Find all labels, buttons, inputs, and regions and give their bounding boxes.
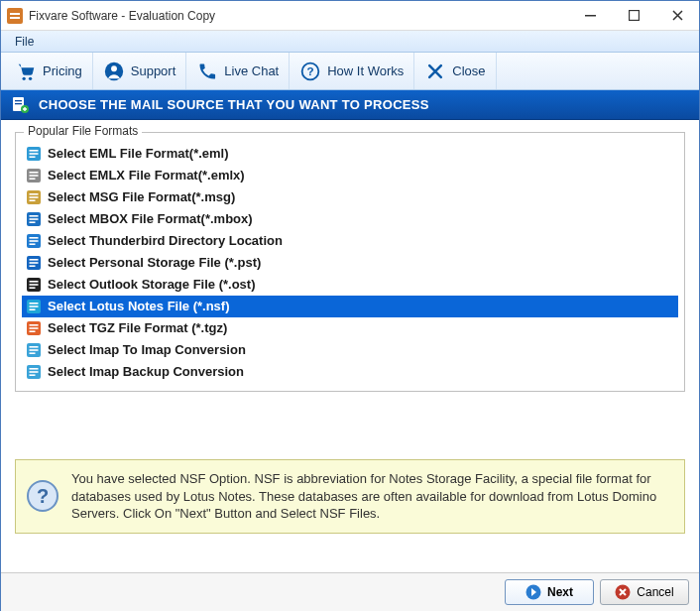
svg-point-6	[111, 65, 117, 71]
eml-icon	[26, 146, 42, 162]
format-item-mbox[interactable]: Select MBOX File Format(*.mbox)	[22, 208, 678, 230]
question-icon: ?	[299, 61, 321, 82]
menu-file[interactable]: File	[7, 33, 42, 51]
cart-icon	[15, 61, 37, 82]
svg-rect-35	[30, 262, 39, 264]
svg-text:?: ?	[37, 485, 49, 507]
menubar: File	[1, 31, 699, 53]
svg-rect-1	[585, 15, 596, 17]
format-item-nsf[interactable]: Select Lotus Notes File (*.nsf)	[22, 296, 678, 317]
svg-point-4	[29, 76, 32, 79]
svg-rect-19	[30, 175, 39, 177]
toolbar-howitworks-label: How It Works	[327, 63, 404, 78]
format-item-tgz[interactable]: Select TGZ File Format (*.tgz)	[22, 317, 678, 339]
maximize-button[interactable]	[612, 1, 655, 31]
toolbar-howitworks[interactable]: ? How It Works	[290, 53, 414, 89]
mbox-icon	[26, 211, 42, 227]
svg-rect-39	[30, 284, 39, 286]
svg-rect-52	[30, 352, 36, 354]
section-heading-text: CHOOSE THE MAIL SOURCE THAT YOU WANT TO …	[39, 97, 429, 112]
format-item-label: Select MSG File Format(*.msg)	[48, 188, 235, 206]
info-panel: ? You have selected NSF Option. NSF is a…	[15, 459, 685, 534]
nsf-icon	[26, 299, 42, 314]
toolbar: Pricing Support Live Chat ? How It Works…	[1, 53, 699, 90]
svg-point-3	[23, 76, 26, 79]
info-icon: ?	[26, 479, 59, 513]
svg-rect-47	[30, 327, 39, 329]
minimize-button[interactable]	[568, 1, 612, 31]
format-item-ost[interactable]: Select Outlook Storage File (*.ost)	[22, 274, 678, 296]
svg-rect-11	[15, 103, 22, 104]
format-item-eml[interactable]: Select EML File Format(*.eml)	[22, 143, 678, 165]
toolbar-support[interactable]: Support	[93, 53, 187, 89]
format-item-imap[interactable]: Select Imap To Imap Conversion	[22, 339, 678, 361]
document-plus-icon	[11, 96, 29, 114]
content-area: Popular File Formats Select EML File For…	[1, 120, 699, 400]
toolbar-close[interactable]: Close	[414, 53, 496, 89]
format-item-imapbackup[interactable]: Select Imap Backup Conversion	[22, 361, 678, 383]
cancel-button-label: Cancel	[637, 585, 673, 599]
svg-rect-48	[30, 330, 36, 332]
thunderbird-icon	[26, 233, 42, 249]
toolbar-pricing[interactable]: Pricing	[5, 53, 93, 89]
ost-icon	[26, 277, 42, 293]
svg-rect-30	[30, 237, 39, 239]
svg-rect-40	[30, 287, 36, 289]
window-title: Fixvare Software - Evaluation Copy	[29, 9, 568, 23]
app-icon	[7, 8, 23, 24]
svg-rect-36	[30, 265, 36, 267]
next-button-label: Next	[547, 585, 573, 599]
svg-rect-23	[30, 196, 39, 198]
svg-rect-50	[30, 346, 39, 348]
svg-rect-55	[30, 371, 39, 373]
svg-rect-38	[30, 281, 39, 283]
svg-rect-44	[30, 308, 36, 310]
format-item-label: Select TGZ File Format (*.tgz)	[48, 319, 227, 337]
svg-rect-42	[30, 303, 39, 305]
groupbox-legend: Popular File Formats	[24, 124, 142, 138]
close-window-button[interactable]	[655, 1, 699, 31]
format-item-emlx[interactable]: Select EMLX File Format(*.emlx)	[22, 165, 678, 186]
svg-rect-46	[30, 324, 39, 326]
tgz-icon	[26, 320, 42, 336]
format-item-pst[interactable]: Select Personal Storage File (*.pst)	[22, 252, 678, 274]
toolbar-livechat-label: Live Chat	[224, 63, 279, 78]
svg-rect-26	[30, 215, 39, 217]
format-item-msg[interactable]: Select MSG File Format(*.msg)	[22, 186, 678, 208]
svg-rect-31	[30, 240, 39, 242]
info-text: You have selected NSF Option. NSF is abb…	[71, 470, 670, 523]
format-item-label: Select Lotus Notes File (*.nsf)	[48, 298, 229, 315]
titlebar: Fixvare Software - Evaluation Copy	[1, 1, 699, 31]
pst-icon	[26, 255, 42, 271]
format-item-label: Select EMLX File Format(*.emlx)	[48, 167, 245, 184]
format-item-label: Select Imap To Imap Conversion	[48, 341, 246, 359]
cancel-x-icon	[615, 584, 631, 600]
svg-rect-2	[629, 11, 639, 21]
svg-rect-20	[30, 178, 36, 180]
phone-icon	[196, 61, 218, 82]
svg-rect-56	[30, 374, 36, 376]
footer-bar: Next Cancel	[1, 572, 699, 611]
format-item-label: Select Personal Storage File (*.pst)	[48, 254, 261, 272]
section-heading: CHOOSE THE MAIL SOURCE THAT YOU WANT TO …	[1, 90, 699, 120]
svg-rect-0	[7, 8, 23, 24]
emlx-icon	[26, 168, 42, 183]
toolbar-close-label: Close	[452, 63, 485, 78]
format-item-label: Select MBOX File Format(*.mbox)	[48, 210, 253, 228]
format-item-thunderbird[interactable]: Select Thunderbird Directory Location	[22, 230, 678, 252]
format-list: Select EML File Format(*.eml)Select EMLX…	[22, 143, 678, 383]
cancel-button[interactable]: Cancel	[600, 579, 689, 605]
format-item-label: Select Thunderbird Directory Location	[48, 232, 283, 250]
close-x-icon	[424, 61, 446, 82]
formats-groupbox: Popular File Formats Select EML File For…	[15, 132, 685, 392]
svg-rect-27	[30, 218, 39, 220]
format-item-label: Select EML File Format(*.eml)	[48, 145, 229, 163]
toolbar-support-label: Support	[131, 63, 176, 78]
toolbar-livechat[interactable]: Live Chat	[186, 53, 290, 89]
svg-rect-28	[30, 221, 36, 223]
svg-rect-54	[30, 368, 39, 370]
msg-icon	[26, 189, 42, 205]
next-button[interactable]: Next	[505, 579, 594, 605]
svg-rect-32	[30, 243, 36, 245]
imapbackup-icon	[26, 364, 42, 380]
